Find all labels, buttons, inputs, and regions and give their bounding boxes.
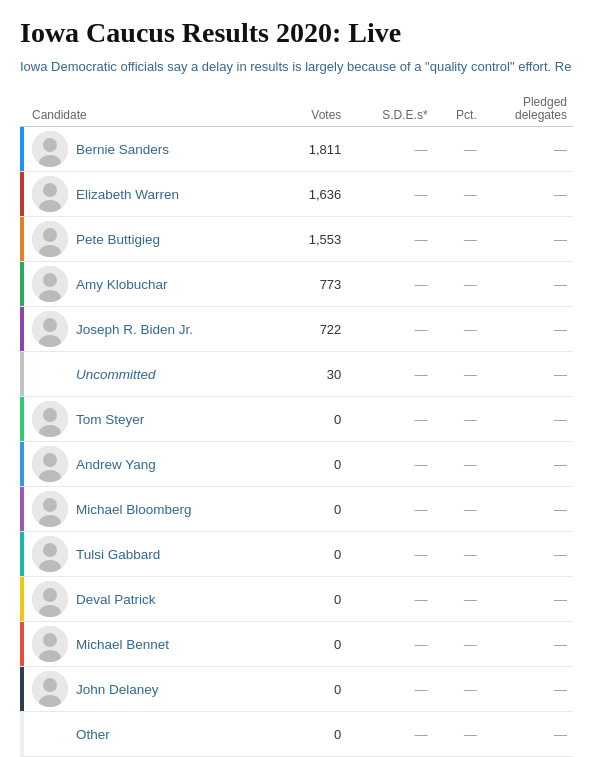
candidate-sdes: —	[347, 622, 433, 667]
table-row: Michael Bloomberg0———	[20, 487, 573, 532]
candidate-color-bar	[20, 127, 24, 171]
candidate-color-bar	[20, 442, 24, 486]
svg-point-28	[43, 588, 57, 602]
candidate-sdes: —	[347, 577, 433, 622]
candidate-name[interactable]: Amy Klobuchar	[76, 277, 168, 292]
candidate-pledged: —	[483, 487, 573, 532]
header-votes: Votes	[280, 92, 347, 127]
candidate-pct: —	[434, 397, 483, 442]
candidate-sdes: —	[347, 442, 433, 487]
avatar	[32, 311, 68, 347]
candidate-cell: Pete Buttigieg	[20, 217, 280, 262]
candidate-pct: —	[434, 127, 483, 172]
svg-point-19	[43, 453, 57, 467]
results-table-container: Candidate Votes S.D.E.s* Pct. Pledged de…	[20, 92, 573, 757]
candidate-pledged: —	[483, 262, 573, 307]
candidate-name[interactable]: Deval Patrick	[76, 592, 156, 607]
candidate-votes: 30	[280, 352, 347, 397]
candidate-votes: 722	[280, 307, 347, 352]
candidate-pct: —	[434, 307, 483, 352]
candidate-color-bar	[20, 712, 24, 756]
svg-point-22	[43, 498, 57, 512]
candidate-pledged: —	[483, 127, 573, 172]
candidate-pledged: —	[483, 622, 573, 667]
candidate-pct: —	[434, 442, 483, 487]
candidate-name[interactable]: Other	[76, 727, 110, 742]
avatar	[32, 671, 68, 707]
table-row: Andrew Yang0———	[20, 442, 573, 487]
candidate-pledged: —	[483, 532, 573, 577]
candidate-name[interactable]: Michael Bloomberg	[76, 502, 192, 517]
candidate-color-bar	[20, 307, 24, 351]
avatar	[32, 176, 68, 212]
table-row: Elizabeth Warren1,636———	[20, 172, 573, 217]
svg-point-7	[43, 228, 57, 242]
candidate-votes: 773	[280, 262, 347, 307]
candidate-cell: Elizabeth Warren	[20, 172, 280, 217]
candidate-sdes: —	[347, 307, 433, 352]
candidate-votes: 0	[280, 442, 347, 487]
candidate-votes: 0	[280, 397, 347, 442]
candidate-sdes: —	[347, 262, 433, 307]
header-pct: Pct.	[434, 92, 483, 127]
candidate-color-bar	[20, 667, 24, 711]
candidate-name[interactable]: Tulsi Gabbard	[76, 547, 160, 562]
candidate-name[interactable]: Uncommitted	[76, 367, 156, 382]
candidate-sdes: —	[347, 487, 433, 532]
candidate-cell: Andrew Yang	[20, 442, 280, 487]
candidate-pledged: —	[483, 307, 573, 352]
svg-point-34	[43, 678, 57, 692]
svg-point-16	[43, 408, 57, 422]
table-row: John Delaney0———	[20, 667, 573, 712]
candidate-votes: 0	[280, 712, 347, 757]
candidate-cell: Deval Patrick	[20, 577, 280, 622]
candidate-pct: —	[434, 667, 483, 712]
svg-point-25	[43, 543, 57, 557]
candidate-pct: —	[434, 262, 483, 307]
candidate-votes: 1,636	[280, 172, 347, 217]
avatar	[32, 626, 68, 662]
candidate-votes: 0	[280, 667, 347, 712]
svg-point-31	[43, 633, 57, 647]
candidate-cell: Tom Steyer	[20, 397, 280, 442]
table-row: Tulsi Gabbard0———	[20, 532, 573, 577]
subtitle: Iowa Democratic officials say a delay in…	[20, 58, 573, 76]
table-row: Uncommitted30———	[20, 352, 573, 397]
candidate-color-bar	[20, 172, 24, 216]
candidate-sdes: —	[347, 397, 433, 442]
candidate-sdes: —	[347, 712, 433, 757]
candidate-name[interactable]: Joseph R. Biden Jr.	[76, 322, 193, 337]
candidate-name[interactable]: Bernie Sanders	[76, 142, 169, 157]
avatar	[32, 581, 68, 617]
candidate-pledged: —	[483, 352, 573, 397]
candidate-pledged: —	[483, 712, 573, 757]
candidate-color-bar	[20, 397, 24, 441]
candidate-pct: —	[434, 487, 483, 532]
candidate-pct: —	[434, 577, 483, 622]
candidate-pledged: —	[483, 667, 573, 712]
candidate-name[interactable]: Pete Buttigieg	[76, 232, 160, 247]
candidate-votes: 0	[280, 487, 347, 532]
candidate-pledged: —	[483, 172, 573, 217]
candidate-cell: Michael Bennet	[20, 622, 280, 667]
svg-point-1	[43, 138, 57, 152]
avatar	[32, 266, 68, 302]
avatar	[32, 536, 68, 572]
candidate-name[interactable]: John Delaney	[76, 682, 159, 697]
header-pledged: Pledged delegates	[483, 92, 573, 127]
candidate-color-bar	[20, 352, 24, 396]
candidate-name[interactable]: Elizabeth Warren	[76, 187, 179, 202]
candidate-color-bar	[20, 487, 24, 531]
candidate-cell: Michael Bloomberg	[20, 487, 280, 532]
candidate-name[interactable]: Michael Bennet	[76, 637, 169, 652]
avatar	[32, 446, 68, 482]
avatar	[32, 491, 68, 527]
candidate-name[interactable]: Andrew Yang	[76, 457, 156, 472]
candidate-color-bar	[20, 532, 24, 576]
candidate-pct: —	[434, 352, 483, 397]
page-title: Iowa Caucus Results 2020: Live	[20, 16, 573, 50]
candidate-pct: —	[434, 712, 483, 757]
candidate-name[interactable]: Tom Steyer	[76, 412, 144, 427]
candidate-sdes: —	[347, 532, 433, 577]
candidate-cell: Amy Klobuchar	[20, 262, 280, 307]
